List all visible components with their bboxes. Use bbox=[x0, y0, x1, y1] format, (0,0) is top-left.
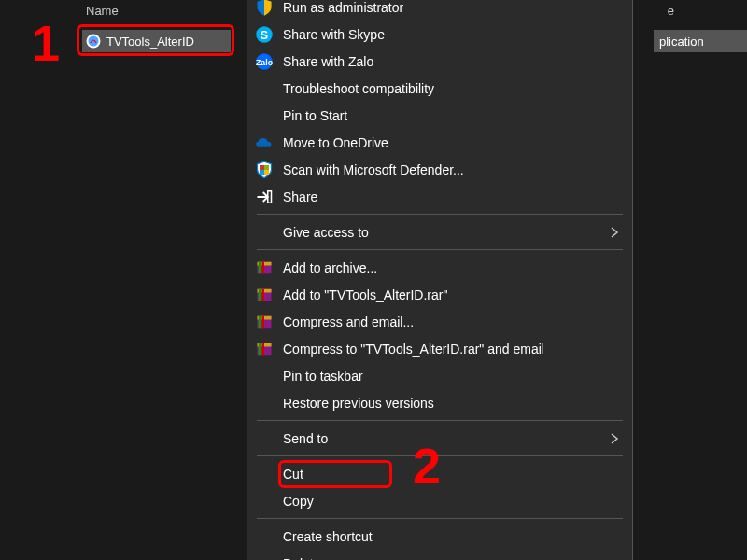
menu-label: Copy bbox=[283, 494, 621, 509]
menu-pin-taskbar[interactable]: Pin to taskbar bbox=[247, 362, 632, 389]
blank-icon bbox=[255, 527, 274, 546]
blank-icon bbox=[255, 367, 274, 385]
menu-copy[interactable]: Copy bbox=[247, 487, 632, 514]
menu-label: Add to archive... bbox=[283, 260, 621, 275]
menu-label: Share with Zalo bbox=[283, 54, 621, 69]
menu-scan-defender[interactable]: Scan with Microsoft Defender... bbox=[247, 156, 632, 183]
menu-pin-start[interactable]: Pin to Start bbox=[247, 102, 632, 129]
menu-share-zalo[interactable]: Zalo Share with Zalo bbox=[247, 48, 632, 75]
menu-label: Restore previous versions bbox=[283, 396, 621, 411]
menu-label: Give access to bbox=[283, 225, 599, 240]
onedrive-icon bbox=[255, 133, 274, 152]
svg-rect-13 bbox=[259, 261, 261, 273]
menu-run-as-admin[interactable]: Run as administrator bbox=[247, 0, 632, 21]
file-row-selected[interactable]: TVTools_AlterID bbox=[82, 30, 231, 52]
svg-rect-22 bbox=[262, 315, 265, 328]
blank-icon bbox=[255, 465, 274, 483]
menu-compress-email[interactable]: Compress and email... bbox=[247, 308, 632, 335]
menu-label: Compress and email... bbox=[283, 315, 621, 329]
menu-label: Scan with Microsoft Defender... bbox=[283, 162, 621, 177]
blank-icon bbox=[255, 554, 274, 561]
menu-label: Send to bbox=[283, 431, 599, 446]
menu-label: Move to OneDrive bbox=[283, 135, 621, 150]
chevron-right-icon bbox=[608, 432, 621, 445]
winrar-icon bbox=[255, 313, 274, 331]
context-menu: Run as administrator S Share with Skype … bbox=[247, 0, 633, 560]
svg-point-1 bbox=[89, 36, 99, 47]
menu-separator bbox=[257, 420, 623, 421]
menu-label: Cut bbox=[283, 467, 621, 482]
blank-icon bbox=[255, 394, 274, 413]
menu-separator bbox=[257, 455, 623, 456]
blank-icon bbox=[255, 492, 274, 511]
menu-separator bbox=[257, 249, 623, 250]
svg-rect-8 bbox=[260, 170, 264, 175]
svg-rect-21 bbox=[259, 315, 261, 328]
menu-label: Compress to "TVTools_AlterID.rar" and em… bbox=[283, 342, 621, 357]
menu-separator bbox=[257, 214, 623, 215]
svg-rect-25 bbox=[259, 343, 261, 355]
menu-share[interactable]: Share bbox=[247, 183, 632, 210]
annotation-number-1: 1 bbox=[32, 14, 60, 72]
file-type-cell: plication bbox=[654, 30, 747, 52]
blank-icon bbox=[255, 79, 274, 98]
menu-share-skype[interactable]: S Share with Skype bbox=[247, 21, 632, 48]
menu-restore-versions[interactable]: Restore previous versions bbox=[247, 389, 632, 416]
defender-icon bbox=[255, 161, 274, 179]
menu-label: Run as administrator bbox=[283, 0, 621, 15]
menu-label: Add to "TVTools_AlterID.rar" bbox=[283, 287, 621, 302]
shield-admin-icon bbox=[255, 0, 274, 17]
menu-compress-rar-email[interactable]: Compress to "TVTools_AlterID.rar" and em… bbox=[247, 335, 632, 362]
menu-create-shortcut[interactable]: Create shortcut bbox=[247, 523, 632, 550]
blank-icon bbox=[255, 223, 274, 242]
menu-label: Share with Skype bbox=[283, 27, 621, 42]
skype-icon: S bbox=[255, 25, 274, 44]
svg-rect-14 bbox=[262, 261, 265, 273]
app-icon bbox=[86, 34, 101, 49]
menu-give-access[interactable]: Give access to bbox=[247, 218, 632, 245]
menu-label: Pin to Start bbox=[283, 108, 621, 123]
menu-label: Delete bbox=[283, 556, 621, 561]
menu-add-archive[interactable]: Add to archive... bbox=[247, 254, 632, 281]
chevron-right-icon bbox=[608, 226, 621, 239]
blank-icon bbox=[255, 106, 274, 125]
menu-separator bbox=[257, 518, 623, 519]
menu-label: Pin to taskbar bbox=[283, 369, 621, 384]
menu-troubleshoot[interactable]: Troubleshoot compatibility bbox=[247, 75, 632, 102]
blank-icon bbox=[255, 429, 274, 448]
svg-rect-7 bbox=[264, 165, 269, 170]
share-icon bbox=[255, 188, 274, 206]
column-header-type[interactable]: e bbox=[668, 4, 674, 18]
svg-rect-26 bbox=[262, 343, 265, 355]
menu-delete[interactable]: Delete bbox=[247, 550, 632, 560]
svg-text:S: S bbox=[261, 29, 268, 42]
svg-rect-6 bbox=[260, 165, 264, 170]
winrar-icon bbox=[255, 286, 274, 304]
menu-label: Troubleshoot compatibility bbox=[283, 81, 621, 96]
menu-move-onedrive[interactable]: Move to OneDrive bbox=[247, 129, 632, 156]
winrar-icon bbox=[255, 340, 274, 358]
menu-add-to-rar[interactable]: Add to "TVTools_AlterID.rar" bbox=[247, 281, 632, 308]
zalo-icon: Zalo bbox=[255, 52, 274, 71]
menu-send-to[interactable]: Send to bbox=[247, 425, 632, 452]
menu-label: Share bbox=[283, 189, 621, 204]
svg-rect-10 bbox=[268, 190, 272, 203]
svg-text:Zalo: Zalo bbox=[256, 58, 273, 67]
svg-rect-18 bbox=[262, 288, 265, 301]
file-name: TVTools_AlterID bbox=[106, 35, 194, 49]
column-header-name[interactable]: Name bbox=[86, 4, 119, 18]
menu-label: Create shortcut bbox=[283, 529, 621, 544]
menu-cut[interactable]: Cut bbox=[247, 460, 632, 487]
winrar-icon bbox=[255, 259, 274, 277]
svg-rect-17 bbox=[259, 288, 261, 301]
svg-rect-9 bbox=[264, 170, 269, 175]
